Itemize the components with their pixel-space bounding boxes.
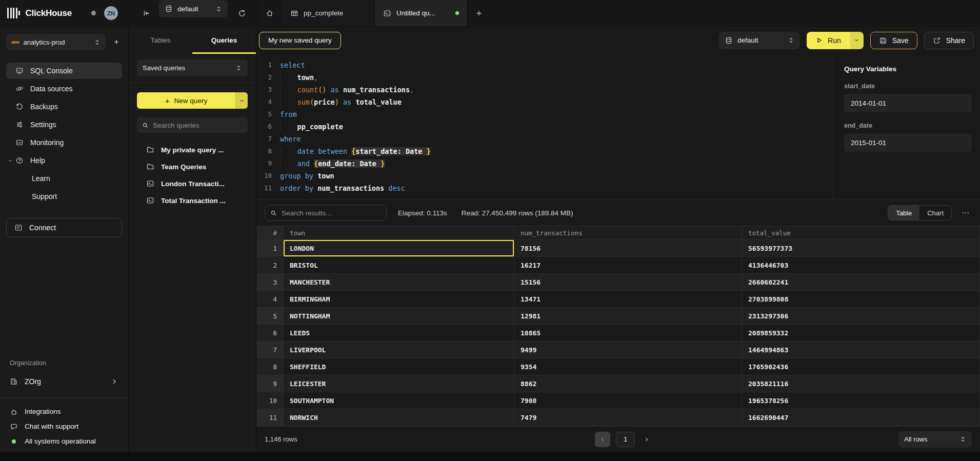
table-cell[interactable]: 4136446703 (742, 257, 980, 273)
table-cell[interactable]: 1662690447 (742, 409, 980, 426)
collapse-panel-icon[interactable] (143, 0, 151, 26)
tab-pp-complete[interactable]: pp_complete (282, 0, 374, 26)
table-cell[interactable]: BIRMINGHAM (284, 291, 514, 307)
table-cell[interactable]: LEICESTER (284, 375, 514, 392)
query-list-item-total-transaction[interactable]: Total Transaction ... (137, 192, 248, 209)
table-cell[interactable]: 7908 (514, 392, 742, 409)
view-toggle-table[interactable]: Table (888, 206, 919, 220)
table-cell[interactable]: NOTTINGHAM (284, 308, 514, 324)
column-header-index[interactable]: # (256, 226, 284, 239)
row-index-cell[interactable]: 6 (256, 325, 284, 341)
saved-query-tab[interactable]: My new saved query (259, 32, 341, 49)
new-query-menu-button[interactable] (235, 92, 248, 109)
table-cell[interactable]: 78156 (514, 240, 742, 256)
table-cell[interactable]: 10865 (514, 325, 742, 341)
table-cell[interactable]: LIVERPOOL (284, 342, 514, 358)
code-line-10[interactable]: 10group by town (256, 170, 833, 182)
table-cell[interactable]: 8862 (514, 375, 742, 392)
row-index-cell[interactable]: 1 (256, 240, 284, 256)
code-line-2[interactable]: 2 town, (256, 71, 833, 84)
organization-item[interactable]: ZOrg (6, 374, 122, 389)
save-button[interactable]: Save (870, 32, 917, 49)
new-query-button[interactable]: + New query (137, 92, 235, 109)
tab-untitled-query[interactable]: Untitled qu... (375, 0, 467, 26)
row-index-cell[interactable]: 10 (256, 392, 284, 409)
table-cell[interactable]: 1765902436 (742, 358, 980, 375)
sidebar-footer-item-integrations[interactable]: Integrations (6, 404, 122, 419)
code-line-11[interactable]: 11order by num_transactions desc (256, 182, 833, 194)
results-more-menu[interactable]: ⋯ (959, 208, 972, 217)
table-cell[interactable]: BRISTOL (284, 257, 514, 273)
end-date-input[interactable] (844, 133, 972, 152)
table-cell[interactable]: 7479 (514, 409, 742, 426)
next-page-button[interactable] (641, 432, 653, 447)
table-cell[interactable]: 2660602241 (742, 274, 980, 290)
table-cell[interactable]: 15156 (514, 274, 742, 290)
table-cell[interactable]: 13471 (514, 291, 742, 307)
start-date-input[interactable] (844, 94, 972, 112)
table-cell[interactable]: NORWICH (284, 409, 514, 426)
search-results-input[interactable] (282, 209, 381, 217)
home-tab[interactable] (258, 0, 282, 26)
table-cell[interactable]: 56593977373 (742, 240, 980, 256)
table-cell[interactable]: MANCHESTER (284, 274, 514, 290)
row-index-cell[interactable]: 7 (256, 342, 284, 358)
sql-editor[interactable]: 1select2 town,3 count() as num_transacti… (256, 54, 833, 199)
sidebar-item-data-sources[interactable]: Data sources (6, 81, 122, 97)
table-cell[interactable]: LEEDS (284, 325, 514, 341)
sidebar-item-help[interactable]: Help (6, 152, 122, 169)
table-cell[interactable]: 16217 (514, 257, 742, 273)
query-list-item-team-queries[interactable]: Team Queries (137, 158, 248, 175)
table-cell[interactable]: SHEFFIELD (284, 358, 514, 375)
query-list-item-my-private-query[interactable]: My private query ... (137, 142, 248, 158)
table-cell[interactable]: LONDON (284, 240, 514, 256)
workspace-selector[interactable]: aws analytics-prod (6, 34, 106, 50)
previous-page-button[interactable] (595, 432, 610, 447)
table-cell[interactable]: SOUTHAMPTON (284, 392, 514, 409)
row-index-cell[interactable]: 3 (256, 274, 284, 290)
add-service-button[interactable]: + (111, 37, 122, 47)
table-cell[interactable]: 2089859332 (742, 325, 980, 341)
row-index-cell[interactable]: 8 (256, 358, 284, 375)
code-line-1[interactable]: 1select (256, 59, 833, 71)
column-header-town[interactable]: town (284, 226, 514, 239)
tab-tables[interactable]: Tables (129, 27, 192, 54)
row-index-cell[interactable]: 4 (256, 291, 284, 307)
table-cell[interactable]: 2703899808 (742, 291, 980, 307)
sidebar-footer-item-all-systems-operational[interactable]: All systems operational (6, 434, 122, 449)
code-line-5[interactable]: 5from (256, 108, 833, 121)
saved-queries-selector[interactable]: Saved queries (137, 59, 248, 76)
sidebar-footer-item-chat-with-support[interactable]: Chat with support (6, 419, 122, 434)
column-header-total-value[interactable]: total_value (742, 226, 980, 239)
share-button[interactable]: Share (924, 32, 974, 49)
table-cell[interactable]: 2035821116 (742, 375, 980, 392)
view-toggle-chart[interactable]: Chart (919, 206, 951, 220)
query-list-item-london-transacti[interactable]: London Transacti... (137, 175, 248, 192)
new-tab-button[interactable] (468, 0, 490, 26)
sidebar-item-support[interactable]: Support (6, 188, 122, 205)
table-cell[interactable]: 1965378256 (742, 392, 980, 409)
code-line-7[interactable]: 7where (256, 133, 833, 145)
sidebar-item-settings[interactable]: Settings (6, 116, 122, 133)
table-cell[interactable]: 2313297306 (742, 308, 980, 324)
code-line-6[interactable]: 6 pp_complete (256, 121, 833, 133)
tab-queries[interactable]: Queries (192, 27, 256, 54)
row-index-cell[interactable]: 9 (256, 375, 284, 392)
sidebar-item-monitoring[interactable]: Monitoring (6, 134, 122, 151)
row-index-cell[interactable]: 2 (256, 257, 284, 273)
sidebar-item-backups[interactable]: Backups (6, 98, 122, 115)
search-queries-input[interactable] (153, 122, 243, 129)
current-page[interactable]: 1 (616, 432, 635, 447)
page-size-selector[interactable]: All rows (898, 431, 972, 448)
user-avatar[interactable]: ZN (104, 6, 118, 20)
row-index-cell[interactable]: 5 (256, 308, 284, 324)
table-cell[interactable]: 9499 (514, 342, 742, 358)
code-line-3[interactable]: 3 count() as num_transactions, (256, 84, 833, 96)
run-options-button[interactable] (850, 32, 864, 49)
editor-database-selector[interactable]: default (719, 32, 800, 49)
refresh-icon[interactable] (238, 0, 246, 26)
connect-button[interactable]: Connect (6, 218, 122, 237)
code-line-8[interactable]: 8 date between {start_date: Date } (256, 145, 833, 157)
table-cell[interactable]: 9354 (514, 358, 742, 375)
sidebar-item-learn[interactable]: Learn (6, 170, 122, 187)
